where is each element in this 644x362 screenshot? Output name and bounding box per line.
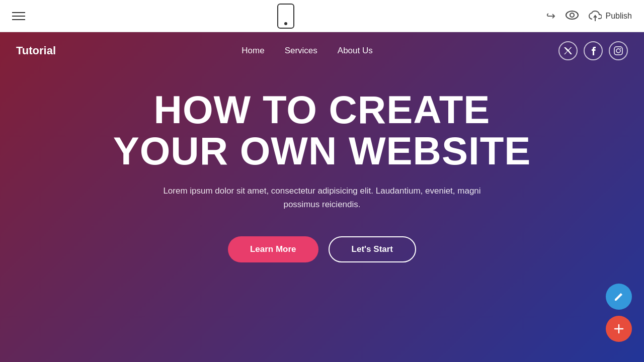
nav-link-about[interactable]: About Us (338, 46, 373, 56)
toolbar-right: ↩ Publish (546, 10, 632, 23)
social-icons-group (558, 41, 628, 60)
add-fab-button[interactable] (606, 316, 632, 342)
fab-container (606, 284, 632, 342)
twitter-icon[interactable] (558, 41, 578, 60)
facebook-icon[interactable] (584, 41, 603, 60)
publish-button[interactable]: Publish (589, 11, 632, 22)
svg-point-1 (570, 13, 574, 17)
mobile-preview-icon[interactable] (277, 4, 294, 29)
hero-content: HOW TO CREATE YOUR OWN WEBSITE Lorem ips… (63, 69, 582, 262)
hamburger-menu-icon[interactable] (12, 12, 25, 20)
preview-area: Tutorial Home Services About Us (0, 32, 644, 362)
svg-point-0 (566, 11, 578, 19)
hero-buttons: Learn More Let's Start (228, 236, 416, 262)
toolbar-left (12, 12, 25, 20)
edit-fab-button[interactable] (606, 284, 632, 310)
lets-start-button[interactable]: Let's Start (329, 236, 416, 262)
toolbar: ↩ Publish (0, 0, 644, 32)
svg-point-5 (620, 48, 621, 49)
pencil-icon (613, 291, 624, 302)
undo-icon[interactable]: ↩ (546, 10, 555, 23)
svg-point-4 (616, 49, 620, 53)
nav-link-home[interactable]: Home (242, 46, 264, 56)
publish-label: Publish (606, 12, 632, 21)
hero-subtitle: Lorem ipsum dolor sit amet, consectetur … (146, 184, 498, 211)
nav-link-services[interactable]: Services (285, 46, 317, 56)
site-logo: Tutorial (16, 44, 56, 57)
instagram-icon[interactable] (609, 41, 628, 60)
site-nav-links: Home Services About Us (242, 46, 372, 56)
hero-title: HOW TO CREATE YOUR OWN WEBSITE (113, 89, 531, 172)
learn-more-button[interactable]: Learn More (228, 236, 318, 262)
site-navbar: Tutorial Home Services About Us (0, 32, 644, 69)
plus-icon (613, 323, 624, 334)
cloud-upload-icon (589, 11, 602, 22)
preview-eye-icon[interactable] (566, 10, 579, 23)
svg-rect-3 (614, 47, 622, 55)
toolbar-center (277, 4, 294, 29)
